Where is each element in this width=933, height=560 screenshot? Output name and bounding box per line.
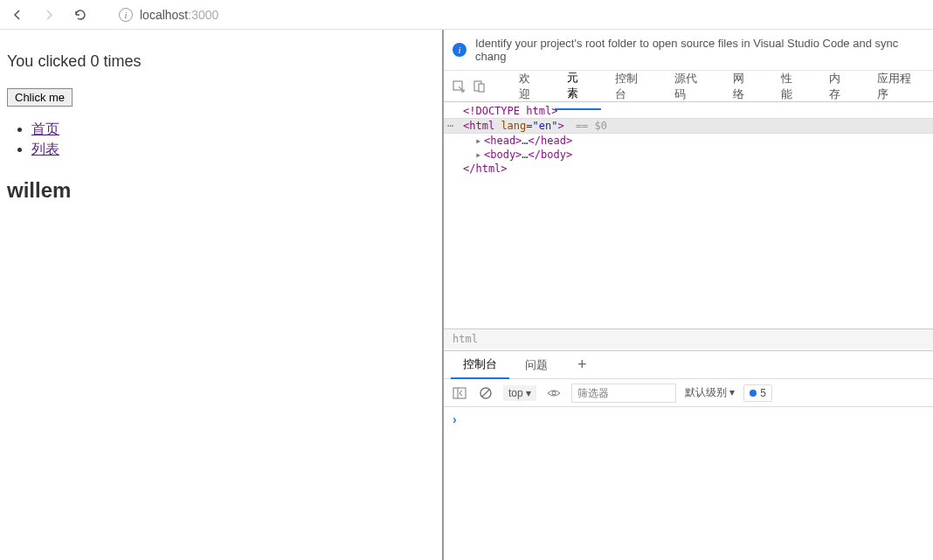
reload-button[interactable]	[70, 4, 91, 25]
body-node[interactable]: ▸<body>…</body>	[444, 148, 933, 162]
console-prompt-icon: ›	[453, 412, 457, 426]
console-toolbar: top ▾ 默认级别 ▾ 5	[444, 379, 933, 407]
address-bar[interactable]: i localhost:3000	[119, 8, 926, 22]
browser-toolbar: i localhost:3000	[0, 0, 933, 30]
link-home[interactable]: 首页	[31, 121, 59, 136]
clear-console-icon[interactable]	[477, 384, 494, 402]
drawer-tabs: 控制台 问题 +	[444, 351, 933, 379]
head-node[interactable]: ▸<head>…</head>	[444, 134, 933, 148]
back-button[interactable]	[7, 4, 28, 25]
devtools-panel: i Identify your project's root folder to…	[442, 30, 933, 560]
list-item: 首页	[31, 121, 435, 139]
html-close-node[interactable]: </html>	[463, 162, 508, 175]
svg-rect-2	[479, 84, 484, 92]
add-drawer-tab[interactable]: +	[570, 354, 594, 376]
svg-line-6	[482, 390, 489, 397]
svg-point-7	[552, 391, 556, 395]
log-levels-selector[interactable]: 默认级别 ▾	[685, 385, 735, 400]
url-host: localhost	[140, 8, 188, 22]
issues-badge[interactable]: 5	[743, 384, 772, 402]
url-port: :3000	[188, 8, 218, 22]
badge-dot-icon	[750, 390, 757, 397]
inspect-icon[interactable]	[451, 79, 466, 94]
click-counter-text: You clicked 0 times	[7, 52, 435, 71]
list-item: 列表	[31, 141, 435, 159]
info-icon: i	[453, 43, 466, 57]
device-toggle-icon[interactable]	[472, 79, 487, 94]
forward-button[interactable]	[38, 4, 59, 25]
nav-list: 首页 列表	[31, 121, 435, 159]
console-context-selector[interactable]: top ▾	[503, 385, 536, 401]
drawer-tab-issues[interactable]: 问题	[513, 352, 560, 378]
link-list[interactable]: 列表	[31, 142, 59, 156]
drawer-tab-console[interactable]: 控制台	[451, 351, 509, 379]
page-heading: willem	[7, 178, 435, 203]
breadcrumb[interactable]: html	[444, 328, 933, 349]
click-me-button[interactable]: Chlick me	[7, 88, 73, 107]
doctype-node[interactable]: <!DOCTYPE html>	[463, 105, 557, 117]
svg-rect-3	[453, 388, 466, 398]
devtools-drawer: 控制台 问题 + top ▾ 默认级别 ▾ 5 ›	[444, 350, 933, 560]
console-sidebar-toggle-icon[interactable]	[451, 384, 468, 402]
site-info-icon[interactable]: i	[119, 8, 133, 22]
dom-tree[interactable]: <!DOCTYPE html> <html lang="en"> == $0 ▸…	[444, 104, 933, 328]
console-filter-input[interactable]	[571, 384, 676, 403]
info-message: Identify your project's root folder to o…	[475, 37, 924, 63]
elements-panel: <!DOCTYPE html> <html lang="en"> == $0 ▸…	[444, 102, 933, 350]
console-body[interactable]: ›	[444, 407, 933, 560]
html-node[interactable]: <html lang="en"> == $0	[444, 118, 933, 134]
page-content: You clicked 0 times Chlick me 首页 列表 will…	[0, 30, 442, 560]
live-expression-icon[interactable]	[545, 384, 563, 402]
devtools-tabs: 欢迎 元素 控制台 源代码 网络 性能 内存 应用程序	[444, 71, 933, 102]
